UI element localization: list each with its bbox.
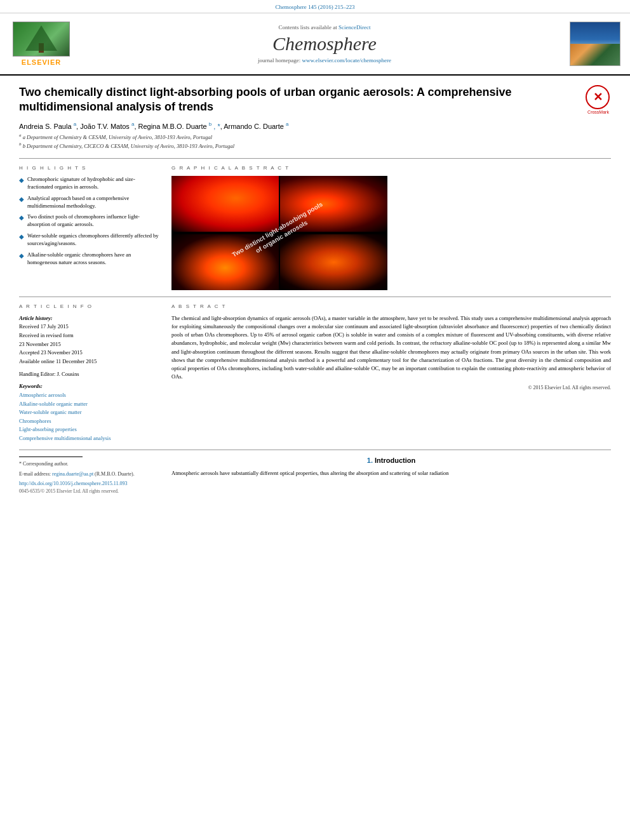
email-note: E-mail address: regina.duarte@ua.pt (R.M… [19, 470, 159, 478]
email-suffix: (R.M.B.O. Duarte). [95, 471, 135, 477]
bullet-icon-3: ◆ [19, 213, 24, 229]
affil-a-sup-2: a [131, 121, 134, 127]
highlight-text-3: Two distinct pools of chromophores influ… [27, 213, 159, 229]
elsevier-wordmark: ELSEVIER [22, 58, 61, 66]
crossmark-badge[interactable]: ✕ CrossMark [586, 85, 611, 110]
keyword-6: Comprehensive multidimensional analysis [19, 434, 159, 443]
elsevier-logo: ELSEVIER [13, 22, 70, 66]
intro-number: 1. [367, 457, 373, 464]
affil-sup-a: a [19, 133, 22, 138]
received-date: Received 17 July 2015 [19, 323, 159, 331]
doi-link[interactable]: http://dx.doi.org/10.1016/j.chemosphere.… [19, 481, 159, 486]
highlights-column: H I G H L I G H T S ◆ Chromophoric signa… [19, 165, 159, 290]
crossmark-x-icon: ✕ [593, 90, 603, 104]
affil-sup-b: b [19, 142, 22, 147]
revised-date: 23 November 2015 [19, 340, 159, 349]
abstract-heading: A B S T R A C T [171, 303, 611, 309]
journal-thumbnail-area [566, 18, 630, 69]
highlight-item-4: ◆ Water-soluble organics chromophores di… [19, 232, 159, 248]
sciencedirect-prefix: Contents lists available at [279, 24, 337, 30]
homepage-prefix: journal homepage: [258, 57, 300, 63]
article-info-abstract-section: A R T I C L E I N F O Article history: R… [19, 297, 611, 443]
page-header: ELSEVIER Contents lists available at Sci… [0, 13, 630, 76]
journal-title: Chemosphere [272, 33, 377, 55]
highlight-text-2: Analytical approach based on a comprehen… [27, 195, 159, 210]
keyword-5: Light-absorbing properties [19, 425, 159, 434]
intro-title: Introduction [375, 457, 415, 464]
sciencedirect-line: Contents lists available at ScienceDirec… [279, 24, 371, 30]
bottom-section: * Corresponding author. E-mail address: … [19, 450, 611, 494]
abstract-text: The chemical and light-absorption dynami… [171, 314, 611, 381]
highlight-text-4: Water-soluble organics chromophores diff… [27, 232, 159, 248]
highlight-text-1: Chromophoric signature of hydrophobic an… [27, 176, 159, 191]
graphical-abstract-column: G R A P H I C A L A B S T R A C T Two di… [171, 165, 611, 290]
article-title-section: Two chemically distinct light-absorbing … [19, 85, 611, 115]
handling-editor: Handling Editor: J. Cousins [19, 371, 159, 377]
affil-b-sup: b [209, 121, 211, 127]
ga-cell-topleft [171, 176, 279, 232]
publisher-logo-area: ELSEVIER [0, 18, 83, 69]
affiliation-b: b b Department of Chemistry, CICECO & CE… [19, 142, 611, 150]
highlight-item-1: ◆ Chromophoric signature of hydrophobic … [19, 176, 159, 191]
affil-a-sup: a [74, 121, 76, 127]
keywords-section: Keywords: Atmospheric aerosols Alkaline-… [19, 382, 159, 443]
rights-text: 0045-6535/© 2015 Elsevier Ltd. All right… [19, 488, 159, 494]
crossmark-label: CrossMark [586, 110, 611, 114]
affil-a-sup-3: a [286, 121, 288, 127]
bullet-icon-5: ◆ [19, 251, 24, 267]
keyword-3: Water-soluble organic matter [19, 408, 159, 417]
keyword-2: Alkaline-soluble organic matter [19, 400, 159, 409]
highlight-item-5: ◆ Alkaline-soluble organic chromophores … [19, 251, 159, 267]
bullet-icon-1: ◆ [19, 176, 24, 191]
available-date: Available online 11 December 2015 [19, 357, 159, 366]
article-title: Two chemically distinct light-absorbing … [19, 85, 576, 115]
highlights-graphical-section: H I G H L I G H T S ◆ Chromophoric signa… [19, 158, 611, 290]
journal-ref-bar: Chemosphere 145 (2016) 215–223 [0, 0, 630, 13]
email-label: E-mail address: [19, 471, 51, 477]
received-revised-label: Received in revised form [19, 331, 159, 340]
bullet-icon-4: ◆ [19, 232, 24, 248]
introduction-column: 1. Introduction Atmospheric aerosols hav… [171, 457, 611, 494]
footnote-column: * Corresponding author. E-mail address: … [19, 457, 159, 494]
highlight-item-3: ◆ Two distinct pools of chromophores inf… [19, 213, 159, 229]
affiliation-a: a a Department of Chemistry & CESAM, Uni… [19, 133, 611, 142]
keyword-4: Chromophores [19, 417, 159, 426]
crossmark-circle: ✕ [586, 85, 610, 109]
corresponding-label: * Corresponding author. [19, 461, 69, 467]
graphical-abstract-image: Two distinct light-absorbing poolsof org… [171, 176, 387, 290]
ga-cell-bottomright [280, 234, 387, 290]
highlight-item-2: ◆ Analytical approach based on a compreh… [19, 195, 159, 210]
corresponding-note: * Corresponding author. [19, 460, 159, 468]
keyword-1: Atmospheric aerosols [19, 391, 159, 400]
abstract-column: A B S T R A C T The chemical and light-a… [171, 303, 611, 443]
article-info-heading: A R T I C L E I N F O [19, 303, 159, 309]
keywords-label: Keywords: [19, 382, 159, 391]
ga-bottom-row [171, 234, 387, 290]
thumbnail-image [570, 44, 620, 65]
article-info-column: A R T I C L E I N F O Article history: R… [19, 303, 159, 443]
journal-thumbnail [570, 22, 620, 66]
copyright-line: © 2015 Elsevier Ltd. All rights reserved… [171, 385, 611, 390]
journal-ref-text: Chemosphere 145 (2016) 215–223 [275, 4, 354, 10]
main-content: Two chemically distinct light-absorbing … [0, 76, 630, 503]
corresponding-star: , * [213, 122, 220, 130]
article-history: Article history: Received 17 July 2015 R… [19, 314, 159, 366]
journal-header-center: Contents lists available at ScienceDirec… [83, 18, 566, 69]
highlights-heading: H I G H L I G H T S [19, 165, 159, 171]
graphical-abstract-heading: G R A P H I C A L A B S T R A C T [171, 165, 611, 171]
intro-heading: 1. Introduction [171, 457, 611, 464]
accepted-date: Accepted 23 November 2015 [19, 349, 159, 357]
bullet-icon-2: ◆ [19, 195, 24, 210]
journal-homepage-line: journal homepage: www.elsevier.com/locat… [258, 57, 391, 63]
authors-line: Andreia S. Paula a, João T.V. Matos a, R… [19, 121, 611, 130]
sciencedirect-link[interactable]: ScienceDirect [338, 24, 370, 30]
highlight-text-5: Alkaline-soluble organic chromophores ha… [27, 251, 159, 267]
homepage-link[interactable]: www.elsevier.com/locate/chemosphere [302, 57, 391, 63]
affiliations: a a Department of Chemistry & CESAM, Uni… [19, 133, 611, 150]
elsevier-tree-icon [13, 22, 70, 57]
intro-text: Atmospheric aerosols have substantially … [171, 469, 611, 477]
email-link[interactable]: regina.duarte@ua.pt [52, 471, 93, 477]
history-label: Article history: [19, 314, 159, 323]
footnote-divider [19, 457, 83, 457]
